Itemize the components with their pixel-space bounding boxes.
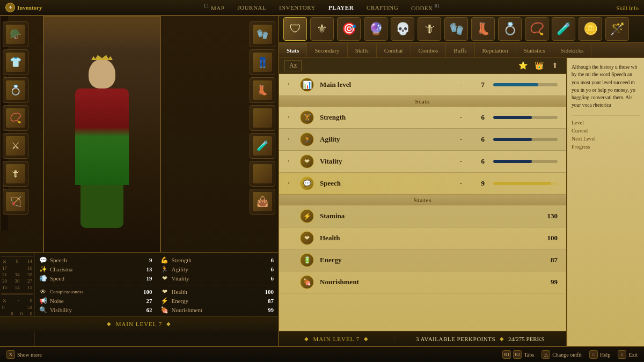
sub-tab-skills[interactable]: Skills: [348, 43, 377, 57]
speech-circle: 💬: [300, 176, 314, 190]
inv-slot-weapon1[interactable]: ⚔: [3, 133, 28, 159]
sub-tab-combat[interactable]: Combat: [377, 43, 411, 57]
stat-nourishment-bottom: 🍖 Nourishment 99: [161, 306, 274, 314]
vitality-name: Vitality: [320, 157, 460, 166]
empty1-icon: [253, 108, 272, 128]
filter-star-btn[interactable]: ⭐: [517, 60, 529, 72]
strength-row[interactable]: › 🏋 Strength - 6: [279, 107, 566, 129]
speech-row[interactable]: › 💬 Speech - 9: [279, 173, 566, 195]
right-level-bar: ◆ MAIN LEVEL 7 ◆ 3 AVAILABLE PERKPOINTS …: [279, 331, 566, 346]
change-outfit-label[interactable]: Change outfit: [552, 352, 582, 358]
tab-icon-6[interactable]: 🧤: [444, 17, 468, 41]
nav-item-player[interactable]: PLAYER: [322, 2, 360, 13]
main-level-text: MAIN LEVEL 7: [116, 321, 163, 327]
progress-footer-row: Progress: [572, 143, 640, 151]
strength-circle: 🏋: [300, 110, 314, 124]
potion-icon: 🧪: [253, 136, 272, 156]
tab-icon-5[interactable]: 🗡: [418, 17, 441, 41]
sub-tab-sidekicks[interactable]: Sidekicks: [553, 43, 592, 57]
tab-icon-1[interactable]: ⚜: [310, 17, 334, 41]
inv-slot-gloves[interactable]: 🧤: [250, 21, 275, 47]
perk-points-section: 3 AVAILABLE PERKPOINTS ◆ 24/275 PERKS: [394, 336, 566, 342]
main-level-bar-visual: [493, 83, 558, 86]
main-level-expand[interactable]: ›: [288, 80, 296, 89]
helm-icon: 🪖: [6, 25, 25, 44]
sub-tab-buffs[interactable]: Buffs: [446, 43, 474, 57]
filter-az-btn[interactable]: Az: [284, 60, 302, 71]
inv-slot-boots[interactable]: 👢: [250, 77, 275, 103]
current-footer-label: Current: [572, 128, 588, 134]
stamina-circle: ⚡: [300, 209, 314, 223]
tab-icon-11[interactable]: 🪙: [579, 17, 602, 41]
r2-key: R2: [513, 350, 522, 359]
sub-tab-reputation[interactable]: Reputation: [475, 43, 516, 57]
nav-item-map[interactable]: L1 MAP: [197, 2, 231, 13]
inv-slot-amulet[interactable]: 📿: [3, 105, 28, 131]
inv-slot-pants[interactable]: 👖: [250, 49, 275, 75]
speech-expand[interactable]: ›: [288, 179, 296, 188]
tab-icon-3[interactable]: 🔮: [364, 17, 387, 41]
strength-row-icon: 🏋: [299, 110, 314, 125]
show-more-label[interactable]: Show more: [17, 352, 42, 358]
exit-section: ○ Exit: [618, 350, 638, 359]
filter-crown-btn[interactable]: 👑: [533, 60, 545, 72]
nav-item-inventory[interactable]: INVENTORY: [273, 2, 322, 13]
nav-item-codex[interactable]: CODEX R1: [405, 2, 447, 13]
stamina-row[interactable]: ⚡ Stamina 130: [279, 205, 566, 227]
vitality-bar-fill: [493, 160, 532, 163]
main-level-name: Main level: [320, 80, 460, 89]
skill-info-text: Although the history u those wh by the m…: [572, 63, 640, 109]
inv-slot-potion[interactable]: 🧪: [250, 133, 275, 159]
sub-tab-secondary[interactable]: Secondary: [307, 43, 347, 57]
vitality-row[interactable]: › ❤ Vitality - 6: [279, 151, 566, 173]
inv-slot-empty2[interactable]: [250, 161, 275, 187]
skill-info-panel: Although the history u those wh by the m…: [566, 58, 644, 346]
health-row[interactable]: ❤ Health 100: [279, 227, 566, 249]
gloves-icon: 🧤: [253, 25, 272, 44]
agility-expand[interactable]: ›: [288, 135, 296, 144]
nav-item-crafting[interactable]: CRAFTING: [360, 2, 405, 13]
inv-slot-armor[interactable]: 👕: [3, 49, 28, 75]
main-level-bar: ◆ MAIN LEVEL 7 ◆: [0, 316, 278, 331]
tab-icon-10[interactable]: 🧪: [552, 17, 575, 41]
level-diamond-right: ◆: [166, 321, 171, 327]
tab-icon-7[interactable]: 👢: [471, 17, 495, 41]
boots-icon: 👢: [253, 80, 272, 100]
strength-bar-fill: [493, 116, 532, 119]
nextlevel-footer-row: Next Level: [572, 135, 640, 143]
tabs-label[interactable]: Tabs: [524, 352, 534, 358]
tab-icon-4[interactable]: 💀: [391, 17, 414, 41]
agility-row[interactable]: › 🏃 Agility - 6: [279, 129, 566, 151]
inv-slot-empty1[interactable]: [250, 105, 275, 131]
bottom-left-stats: ⚔ 814 1716 213432 303627 151415 ⚔: [0, 252, 278, 346]
vitality-expand[interactable]: ›: [288, 157, 296, 166]
stat-vitality: ❤ Vitality 6: [161, 275, 274, 282]
stats-table: › 📊 Main level - 7 Stats: [279, 74, 566, 331]
nourishment-row[interactable]: 🍖 Nourishment 99: [279, 271, 566, 293]
nourishment-circle: 🍖: [300, 275, 314, 289]
main-level-row[interactable]: › 📊 Main level - 7: [279, 74, 566, 96]
tab-icon-9[interactable]: 📿: [525, 17, 548, 41]
inv-slot-bag[interactable]: 👜: [250, 189, 275, 215]
char-crown: [91, 54, 113, 60]
sub-tab-stats[interactable]: Stats: [279, 43, 307, 57]
inv-slot-helm[interactable]: 🪖: [3, 21, 28, 47]
exit-label[interactable]: Exit: [628, 352, 638, 358]
inv-slot-ring[interactable]: 💍: [3, 77, 28, 103]
tab-icon-0[interactable]: 🛡: [283, 17, 307, 41]
filter-up-btn[interactable]: ⬆: [549, 60, 561, 72]
inv-slot-arrow[interactable]: 🏹: [3, 189, 28, 215]
help-label[interactable]: Help: [600, 352, 610, 358]
tab-icon-8[interactable]: 💍: [498, 17, 522, 41]
sub-tab-statistics[interactable]: Statistics: [516, 43, 553, 57]
tab-icon-2[interactable]: 🎯: [337, 17, 361, 41]
energy-row[interactable]: 🔋 Energy 87: [279, 249, 566, 271]
agility-bar-fill: [493, 138, 532, 141]
inv-slot-weapon2[interactable]: 🗡: [3, 161, 28, 187]
speech-value: 9: [469, 179, 485, 188]
tab-icon-12[interactable]: 🪄: [605, 17, 629, 41]
nav-item-journal[interactable]: JOURNAL: [231, 2, 273, 13]
sub-tab-combos[interactable]: Combos: [411, 43, 447, 57]
strength-expand[interactable]: ›: [288, 113, 296, 122]
speech-bar-fill: [493, 182, 551, 185]
